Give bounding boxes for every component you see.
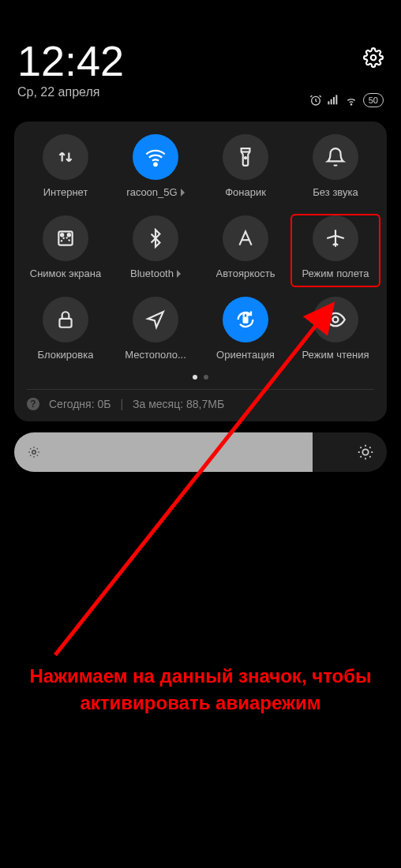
brightness-low-icon — [27, 445, 41, 459]
tile-orientation[interactable]: Ориентация — [202, 297, 289, 367]
tile-label: racoon_5G — [126, 186, 184, 198]
tile-label: Блокировка — [38, 349, 94, 361]
tile-label: Ориентация — [216, 349, 275, 361]
clock: 12:42 — [17, 39, 124, 82]
brightness-high-icon — [357, 443, 374, 461]
tile-label: Режим чтения — [302, 349, 369, 361]
tile-internet[interactable]: Интернет — [22, 134, 109, 204]
brightness-slider[interactable] — [14, 432, 387, 472]
svg-rect-3 — [330, 99, 332, 105]
svg-point-8 — [245, 157, 246, 159]
wifi-icon — [133, 134, 178, 180]
svg-point-11 — [68, 234, 70, 236]
eye-icon — [313, 297, 358, 342]
letter-a-icon — [223, 215, 268, 261]
annotation-text: Нажимаем на данный значок, чтобы активир… — [0, 663, 401, 716]
tile-label: Без звука — [313, 186, 358, 198]
location-arrow-icon — [133, 297, 178, 342]
quick-settings-panel: Интернет racoon_5G Фонарик Без звука — [14, 122, 387, 421]
lock-icon — [43, 297, 88, 342]
svg-point-15 — [32, 451, 36, 455]
svg-rect-4 — [333, 97, 335, 104]
tile-label: Местополо... — [125, 349, 186, 361]
svg-rect-13 — [243, 317, 249, 324]
settings-gear-icon[interactable] — [363, 47, 384, 68]
screenshot-icon — [43, 215, 88, 261]
data-arrows-icon — [43, 134, 88, 180]
brightness-track — [14, 432, 313, 472]
airplane-icon — [313, 215, 358, 261]
annotation-line: активировать авиарежим — [16, 690, 385, 716]
svg-point-10 — [61, 234, 63, 236]
tile-torch[interactable]: Фонарик — [202, 134, 289, 204]
tile-reading[interactable]: Режим чтения — [292, 297, 379, 367]
tile-silent[interactable]: Без звука — [292, 134, 379, 204]
rotation-lock-icon — [223, 297, 268, 342]
date: Ср, 22 апреля — [17, 85, 124, 99]
tile-label: Фонарик — [225, 186, 266, 198]
svg-point-0 — [371, 55, 377, 61]
usage-today: Сегодня: 0Б — [49, 398, 111, 410]
battery-pill: 50 — [363, 93, 384, 107]
alarm-icon — [309, 94, 322, 107]
tile-label: Режим полета — [302, 268, 369, 279]
bluetooth-icon — [133, 215, 178, 261]
svg-point-7 — [154, 163, 157, 166]
tile-autobrightness[interactable]: Автояркость — [202, 215, 289, 286]
tile-location[interactable]: Местополо... — [112, 297, 199, 367]
separator: | — [120, 398, 123, 410]
svg-point-6 — [350, 104, 351, 105]
status-header: 12:42 Ср, 22 апреля — [0, 0, 401, 99]
tile-label: Bluetooth — [130, 268, 181, 279]
wifi-status-icon — [344, 94, 358, 107]
signal-icon — [327, 94, 339, 107]
annotation-line: Нажимаем на данный значок, чтобы — [16, 663, 385, 690]
pager-dot — [204, 375, 208, 380]
svg-rect-5 — [335, 95, 337, 104]
bell-icon — [313, 134, 358, 180]
usage-month: За месяц: 88,7МБ — [133, 398, 224, 410]
tile-wifi[interactable]: racoon_5G — [112, 134, 199, 204]
info-icon: ? — [27, 398, 39, 410]
status-tray: 50 — [309, 93, 384, 107]
tile-bluetooth[interactable]: Bluetooth — [112, 215, 199, 286]
pager-dots[interactable] — [22, 375, 379, 380]
tile-airplane[interactable]: Режим полета — [290, 214, 380, 287]
flashlight-icon — [223, 134, 268, 180]
tile-screenshot[interactable]: Снимок экрана — [22, 215, 109, 286]
tile-label: Автояркость — [216, 268, 275, 279]
tile-lock[interactable]: Блокировка — [22, 297, 109, 367]
svg-rect-2 — [328, 101, 329, 104]
pager-dot — [193, 375, 197, 380]
data-usage-row[interactable]: ? Сегодня: 0Б | За месяц: 88,7МБ — [27, 389, 374, 410]
svg-point-16 — [362, 449, 368, 455]
svg-point-14 — [333, 317, 339, 323]
tile-label: Интернет — [43, 186, 88, 198]
tile-label: Снимок экрана — [30, 268, 102, 279]
svg-rect-12 — [59, 319, 71, 327]
